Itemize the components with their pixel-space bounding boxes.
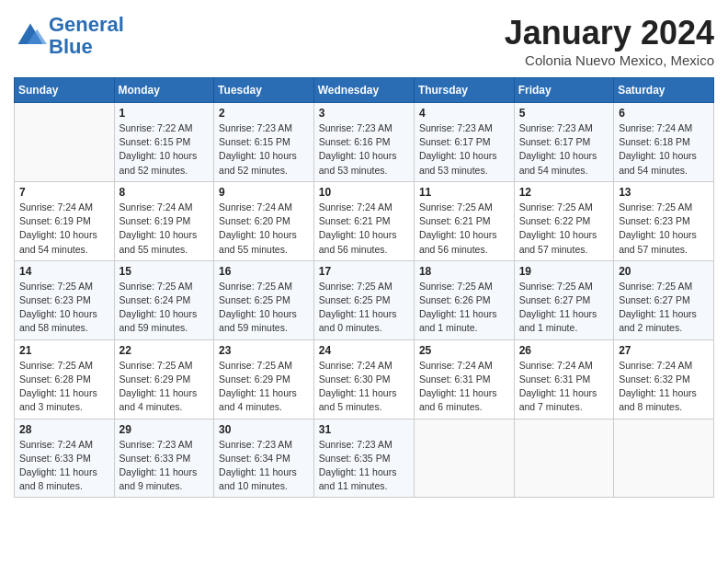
- calendar-cell: 14 Sunrise: 7:25 AMSunset: 6:23 PMDaylig…: [15, 260, 115, 339]
- calendar-cell: [414, 419, 514, 498]
- calendar-cell: 27 Sunrise: 7:24 AMSunset: 6:32 PMDaylig…: [614, 339, 714, 419]
- calendar-cell: 30 Sunrise: 7:23 AMSunset: 6:34 PMDaylig…: [214, 419, 314, 498]
- calendar-week-row: 21 Sunrise: 7:25 AMSunset: 6:28 PMDaylig…: [15, 339, 714, 419]
- day-number: 17: [319, 265, 409, 278]
- calendar-cell: 28 Sunrise: 7:24 AMSunset: 6:33 PMDaylig…: [15, 419, 115, 498]
- calendar-cell: 16 Sunrise: 7:25 AMSunset: 6:25 PMDaylig…: [214, 260, 314, 339]
- day-number: 2: [219, 107, 309, 120]
- calendar-cell: 5 Sunrise: 7:23 AMSunset: 6:17 PMDayligh…: [514, 103, 614, 182]
- calendar-cell: 26 Sunrise: 7:24 AMSunset: 6:31 PMDaylig…: [514, 339, 614, 419]
- day-number: 15: [119, 265, 210, 278]
- calendar-week-row: 28 Sunrise: 7:24 AMSunset: 6:33 PMDaylig…: [15, 419, 714, 498]
- location-subtitle: Colonia Nuevo Mexico, Mexico: [505, 52, 714, 68]
- day-info: Sunrise: 7:25 AMSunset: 6:22 PMDaylight:…: [519, 201, 609, 257]
- calendar-cell: 18 Sunrise: 7:25 AMSunset: 6:26 PMDaylig…: [414, 260, 514, 339]
- day-number: 21: [19, 344, 109, 357]
- day-info: Sunrise: 7:24 AMSunset: 6:21 PMDaylight:…: [319, 201, 409, 257]
- calendar-cell: [514, 419, 614, 498]
- day-number: 11: [419, 186, 509, 199]
- calendar-week-row: 14 Sunrise: 7:25 AMSunset: 6:23 PMDaylig…: [15, 260, 714, 339]
- calendar-cell: 9 Sunrise: 7:24 AMSunset: 6:20 PMDayligh…: [214, 181, 314, 260]
- day-info: Sunrise: 7:23 AMSunset: 6:16 PMDaylight:…: [319, 121, 409, 178]
- day-info: Sunrise: 7:23 AMSunset: 6:35 PMDaylight:…: [319, 438, 409, 494]
- calendar-cell: 23 Sunrise: 7:25 AMSunset: 6:29 PMDaylig…: [214, 339, 314, 419]
- logo: General Blue: [14, 14, 124, 58]
- logo-icon: [14, 19, 47, 52]
- day-number: 13: [619, 186, 709, 199]
- day-number: 1: [119, 107, 210, 120]
- calendar-cell: 3 Sunrise: 7:23 AMSunset: 6:16 PMDayligh…: [313, 103, 414, 182]
- day-header-tuesday: Tuesday: [214, 78, 314, 103]
- day-header-thursday: Thursday: [414, 78, 514, 103]
- day-header-monday: Monday: [114, 78, 214, 103]
- day-number: 24: [319, 344, 409, 357]
- day-info: Sunrise: 7:25 AMSunset: 6:27 PMDaylight:…: [519, 280, 609, 336]
- calendar-cell: 24 Sunrise: 7:24 AMSunset: 6:30 PMDaylig…: [313, 339, 414, 419]
- calendar-week-row: 1 Sunrise: 7:22 AMSunset: 6:15 PMDayligh…: [15, 103, 714, 182]
- day-number: 26: [519, 344, 609, 357]
- calendar-cell: 11 Sunrise: 7:25 AMSunset: 6:21 PMDaylig…: [414, 181, 514, 260]
- day-number: 18: [419, 265, 509, 278]
- day-info: Sunrise: 7:25 AMSunset: 6:29 PMDaylight:…: [119, 359, 210, 415]
- calendar-cell: 10 Sunrise: 7:24 AMSunset: 6:21 PMDaylig…: [313, 181, 414, 260]
- day-number: 20: [619, 265, 709, 278]
- day-info: Sunrise: 7:24 AMSunset: 6:30 PMDaylight:…: [319, 359, 409, 415]
- day-info: Sunrise: 7:25 AMSunset: 6:25 PMDaylight:…: [219, 280, 309, 336]
- calendar-body: 1 Sunrise: 7:22 AMSunset: 6:15 PMDayligh…: [15, 103, 714, 498]
- day-info: Sunrise: 7:25 AMSunset: 6:23 PMDaylight:…: [19, 280, 109, 336]
- day-number: 27: [619, 344, 709, 357]
- calendar-cell: 20 Sunrise: 7:25 AMSunset: 6:27 PMDaylig…: [614, 260, 714, 339]
- calendar-cell: 17 Sunrise: 7:25 AMSunset: 6:25 PMDaylig…: [313, 260, 414, 339]
- calendar-cell: 2 Sunrise: 7:23 AMSunset: 6:15 PMDayligh…: [214, 103, 314, 182]
- day-number: 9: [219, 186, 309, 199]
- day-number: 7: [19, 186, 109, 199]
- calendar-cell: 22 Sunrise: 7:25 AMSunset: 6:29 PMDaylig…: [114, 339, 214, 419]
- title-area: January 2024 Colonia Nuevo Mexico, Mexic…: [505, 14, 714, 68]
- calendar-cell: 21 Sunrise: 7:25 AMSunset: 6:28 PMDaylig…: [15, 339, 115, 419]
- day-number: 16: [219, 265, 309, 278]
- day-info: Sunrise: 7:25 AMSunset: 6:24 PMDaylight:…: [119, 280, 210, 336]
- day-info: Sunrise: 7:24 AMSunset: 6:31 PMDaylight:…: [419, 359, 509, 415]
- calendar-cell: 13 Sunrise: 7:25 AMSunset: 6:23 PMDaylig…: [614, 181, 714, 260]
- day-info: Sunrise: 7:25 AMSunset: 6:23 PMDaylight:…: [619, 201, 709, 257]
- calendar-cell: 15 Sunrise: 7:25 AMSunset: 6:24 PMDaylig…: [114, 260, 214, 339]
- calendar-cell: 8 Sunrise: 7:24 AMSunset: 6:19 PMDayligh…: [114, 181, 214, 260]
- day-number: 6: [619, 107, 709, 120]
- month-title: January 2024: [505, 14, 714, 52]
- day-header-friday: Friday: [514, 78, 614, 103]
- calendar-cell: 1 Sunrise: 7:22 AMSunset: 6:15 PMDayligh…: [114, 103, 214, 182]
- day-number: 22: [119, 344, 210, 357]
- day-number: 14: [19, 265, 109, 278]
- day-info: Sunrise: 7:25 AMSunset: 6:26 PMDaylight:…: [419, 280, 509, 336]
- day-info: Sunrise: 7:24 AMSunset: 6:20 PMDaylight:…: [219, 201, 309, 257]
- day-header-saturday: Saturday: [614, 78, 714, 103]
- calendar-table: SundayMondayTuesdayWednesdayThursdayFrid…: [14, 77, 714, 498]
- calendar-cell: 6 Sunrise: 7:24 AMSunset: 6:18 PMDayligh…: [614, 103, 714, 182]
- day-number: 28: [19, 423, 109, 436]
- calendar-cell: [614, 419, 714, 498]
- day-number: 31: [319, 423, 409, 436]
- day-info: Sunrise: 7:22 AMSunset: 6:15 PMDaylight:…: [119, 121, 210, 178]
- day-info: Sunrise: 7:24 AMSunset: 6:31 PMDaylight:…: [519, 359, 609, 415]
- calendar-week-row: 7 Sunrise: 7:24 AMSunset: 6:19 PMDayligh…: [15, 181, 714, 260]
- calendar-cell: 19 Sunrise: 7:25 AMSunset: 6:27 PMDaylig…: [514, 260, 614, 339]
- day-number: 19: [519, 265, 609, 278]
- logo-line2: Blue: [49, 35, 93, 58]
- day-info: Sunrise: 7:24 AMSunset: 6:18 PMDaylight:…: [619, 121, 709, 178]
- day-info: Sunrise: 7:23 AMSunset: 6:15 PMDaylight:…: [219, 121, 309, 178]
- calendar-cell: 7 Sunrise: 7:24 AMSunset: 6:19 PMDayligh…: [15, 181, 115, 260]
- day-info: Sunrise: 7:24 AMSunset: 6:19 PMDaylight:…: [19, 201, 109, 257]
- day-number: 10: [319, 186, 409, 199]
- day-header-wednesday: Wednesday: [313, 78, 414, 103]
- calendar-header-row: SundayMondayTuesdayWednesdayThursdayFrid…: [15, 78, 714, 103]
- day-info: Sunrise: 7:23 AMSunset: 6:17 PMDaylight:…: [519, 121, 609, 178]
- calendar-cell: [15, 103, 115, 182]
- day-info: Sunrise: 7:23 AMSunset: 6:34 PMDaylight:…: [219, 438, 309, 494]
- day-number: 25: [419, 344, 509, 357]
- day-number: 12: [519, 186, 609, 199]
- day-info: Sunrise: 7:25 AMSunset: 6:27 PMDaylight:…: [619, 280, 709, 336]
- calendar-cell: 4 Sunrise: 7:23 AMSunset: 6:17 PMDayligh…: [414, 103, 514, 182]
- calendar-cell: 12 Sunrise: 7:25 AMSunset: 6:22 PMDaylig…: [514, 181, 614, 260]
- day-number: 3: [319, 107, 409, 120]
- day-info: Sunrise: 7:23 AMSunset: 6:17 PMDaylight:…: [419, 121, 509, 178]
